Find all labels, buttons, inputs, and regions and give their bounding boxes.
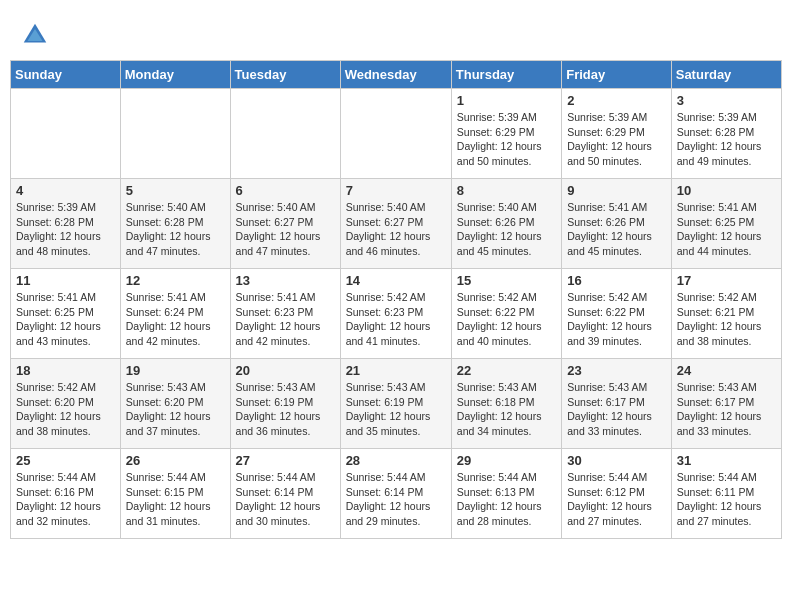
- day-info: Sunrise: 5:40 AM Sunset: 6:26 PM Dayligh…: [457, 200, 556, 259]
- day-info: Sunrise: 5:42 AM Sunset: 6:23 PM Dayligh…: [346, 290, 446, 349]
- day-info: Sunrise: 5:42 AM Sunset: 6:22 PM Dayligh…: [567, 290, 666, 349]
- day-info: Sunrise: 5:40 AM Sunset: 6:27 PM Dayligh…: [236, 200, 335, 259]
- weekday-header-tuesday: Tuesday: [230, 61, 340, 89]
- day-info: Sunrise: 5:44 AM Sunset: 6:14 PM Dayligh…: [236, 470, 335, 529]
- page-header: [10, 10, 782, 55]
- day-cell: 13 Sunrise: 5:41 AM Sunset: 6:23 PM Dayl…: [230, 269, 340, 359]
- day-number: 20: [236, 363, 335, 378]
- day-info: Sunrise: 5:43 AM Sunset: 6:20 PM Dayligh…: [126, 380, 225, 439]
- day-cell: [120, 89, 230, 179]
- day-number: 28: [346, 453, 446, 468]
- day-info: Sunrise: 5:41 AM Sunset: 6:25 PM Dayligh…: [677, 200, 776, 259]
- day-cell: 14 Sunrise: 5:42 AM Sunset: 6:23 PM Dayl…: [340, 269, 451, 359]
- day-info: Sunrise: 5:44 AM Sunset: 6:15 PM Dayligh…: [126, 470, 225, 529]
- day-number: 5: [126, 183, 225, 198]
- week-row-2: 4 Sunrise: 5:39 AM Sunset: 6:28 PM Dayli…: [11, 179, 782, 269]
- day-number: 6: [236, 183, 335, 198]
- day-number: 14: [346, 273, 446, 288]
- day-cell: [230, 89, 340, 179]
- day-cell: 4 Sunrise: 5:39 AM Sunset: 6:28 PM Dayli…: [11, 179, 121, 269]
- day-cell: 20 Sunrise: 5:43 AM Sunset: 6:19 PM Dayl…: [230, 359, 340, 449]
- weekday-header-row: SundayMondayTuesdayWednesdayThursdayFrid…: [11, 61, 782, 89]
- day-cell: 6 Sunrise: 5:40 AM Sunset: 6:27 PM Dayli…: [230, 179, 340, 269]
- day-info: Sunrise: 5:42 AM Sunset: 6:21 PM Dayligh…: [677, 290, 776, 349]
- day-info: Sunrise: 5:39 AM Sunset: 6:28 PM Dayligh…: [16, 200, 115, 259]
- day-info: Sunrise: 5:44 AM Sunset: 6:11 PM Dayligh…: [677, 470, 776, 529]
- day-number: 25: [16, 453, 115, 468]
- day-info: Sunrise: 5:43 AM Sunset: 6:17 PM Dayligh…: [677, 380, 776, 439]
- logo-icon: [20, 20, 50, 50]
- day-number: 10: [677, 183, 776, 198]
- day-number: 17: [677, 273, 776, 288]
- day-cell: [340, 89, 451, 179]
- day-info: Sunrise: 5:41 AM Sunset: 6:23 PM Dayligh…: [236, 290, 335, 349]
- week-row-3: 11 Sunrise: 5:41 AM Sunset: 6:25 PM Dayl…: [11, 269, 782, 359]
- day-cell: 25 Sunrise: 5:44 AM Sunset: 6:16 PM Dayl…: [11, 449, 121, 539]
- day-cell: 11 Sunrise: 5:41 AM Sunset: 6:25 PM Dayl…: [11, 269, 121, 359]
- day-cell: 3 Sunrise: 5:39 AM Sunset: 6:28 PM Dayli…: [671, 89, 781, 179]
- weekday-header-saturday: Saturday: [671, 61, 781, 89]
- day-info: Sunrise: 5:44 AM Sunset: 6:13 PM Dayligh…: [457, 470, 556, 529]
- day-number: 3: [677, 93, 776, 108]
- day-number: 9: [567, 183, 666, 198]
- day-number: 13: [236, 273, 335, 288]
- day-number: 15: [457, 273, 556, 288]
- day-cell: 26 Sunrise: 5:44 AM Sunset: 6:15 PM Dayl…: [120, 449, 230, 539]
- day-cell: 22 Sunrise: 5:43 AM Sunset: 6:18 PM Dayl…: [451, 359, 561, 449]
- day-number: 16: [567, 273, 666, 288]
- day-number: 18: [16, 363, 115, 378]
- week-row-5: 25 Sunrise: 5:44 AM Sunset: 6:16 PM Dayl…: [11, 449, 782, 539]
- day-info: Sunrise: 5:44 AM Sunset: 6:16 PM Dayligh…: [16, 470, 115, 529]
- day-number: 27: [236, 453, 335, 468]
- day-cell: 12 Sunrise: 5:41 AM Sunset: 6:24 PM Dayl…: [120, 269, 230, 359]
- day-number: 31: [677, 453, 776, 468]
- day-info: Sunrise: 5:40 AM Sunset: 6:28 PM Dayligh…: [126, 200, 225, 259]
- day-info: Sunrise: 5:39 AM Sunset: 6:29 PM Dayligh…: [567, 110, 666, 169]
- day-number: 7: [346, 183, 446, 198]
- day-cell: 30 Sunrise: 5:44 AM Sunset: 6:12 PM Dayl…: [562, 449, 672, 539]
- day-number: 23: [567, 363, 666, 378]
- day-cell: 24 Sunrise: 5:43 AM Sunset: 6:17 PM Dayl…: [671, 359, 781, 449]
- day-cell: 2 Sunrise: 5:39 AM Sunset: 6:29 PM Dayli…: [562, 89, 672, 179]
- day-number: 1: [457, 93, 556, 108]
- day-number: 21: [346, 363, 446, 378]
- day-info: Sunrise: 5:40 AM Sunset: 6:27 PM Dayligh…: [346, 200, 446, 259]
- day-info: Sunrise: 5:41 AM Sunset: 6:26 PM Dayligh…: [567, 200, 666, 259]
- day-cell: 8 Sunrise: 5:40 AM Sunset: 6:26 PM Dayli…: [451, 179, 561, 269]
- day-number: 4: [16, 183, 115, 198]
- day-info: Sunrise: 5:42 AM Sunset: 6:20 PM Dayligh…: [16, 380, 115, 439]
- day-cell: 21 Sunrise: 5:43 AM Sunset: 6:19 PM Dayl…: [340, 359, 451, 449]
- day-cell: 16 Sunrise: 5:42 AM Sunset: 6:22 PM Dayl…: [562, 269, 672, 359]
- week-row-1: 1 Sunrise: 5:39 AM Sunset: 6:29 PM Dayli…: [11, 89, 782, 179]
- day-cell: 9 Sunrise: 5:41 AM Sunset: 6:26 PM Dayli…: [562, 179, 672, 269]
- day-number: 2: [567, 93, 666, 108]
- day-info: Sunrise: 5:43 AM Sunset: 6:19 PM Dayligh…: [236, 380, 335, 439]
- day-number: 29: [457, 453, 556, 468]
- calendar: SundayMondayTuesdayWednesdayThursdayFrid…: [10, 60, 782, 539]
- weekday-header-wednesday: Wednesday: [340, 61, 451, 89]
- day-cell: 29 Sunrise: 5:44 AM Sunset: 6:13 PM Dayl…: [451, 449, 561, 539]
- day-cell: 5 Sunrise: 5:40 AM Sunset: 6:28 PM Dayli…: [120, 179, 230, 269]
- day-number: 30: [567, 453, 666, 468]
- day-info: Sunrise: 5:43 AM Sunset: 6:17 PM Dayligh…: [567, 380, 666, 439]
- weekday-header-friday: Friday: [562, 61, 672, 89]
- day-cell: 15 Sunrise: 5:42 AM Sunset: 6:22 PM Dayl…: [451, 269, 561, 359]
- day-number: 26: [126, 453, 225, 468]
- day-info: Sunrise: 5:43 AM Sunset: 6:19 PM Dayligh…: [346, 380, 446, 439]
- day-number: 8: [457, 183, 556, 198]
- weekday-header-sunday: Sunday: [11, 61, 121, 89]
- day-cell: 19 Sunrise: 5:43 AM Sunset: 6:20 PM Dayl…: [120, 359, 230, 449]
- day-number: 19: [126, 363, 225, 378]
- day-cell: 18 Sunrise: 5:42 AM Sunset: 6:20 PM Dayl…: [11, 359, 121, 449]
- day-cell: 28 Sunrise: 5:44 AM Sunset: 6:14 PM Dayl…: [340, 449, 451, 539]
- day-cell: 1 Sunrise: 5:39 AM Sunset: 6:29 PM Dayli…: [451, 89, 561, 179]
- day-info: Sunrise: 5:42 AM Sunset: 6:22 PM Dayligh…: [457, 290, 556, 349]
- day-cell: 10 Sunrise: 5:41 AM Sunset: 6:25 PM Dayl…: [671, 179, 781, 269]
- day-info: Sunrise: 5:44 AM Sunset: 6:12 PM Dayligh…: [567, 470, 666, 529]
- day-cell: [11, 89, 121, 179]
- day-number: 24: [677, 363, 776, 378]
- day-cell: 31 Sunrise: 5:44 AM Sunset: 6:11 PM Dayl…: [671, 449, 781, 539]
- logo: [20, 20, 54, 50]
- week-row-4: 18 Sunrise: 5:42 AM Sunset: 6:20 PM Dayl…: [11, 359, 782, 449]
- day-cell: 23 Sunrise: 5:43 AM Sunset: 6:17 PM Dayl…: [562, 359, 672, 449]
